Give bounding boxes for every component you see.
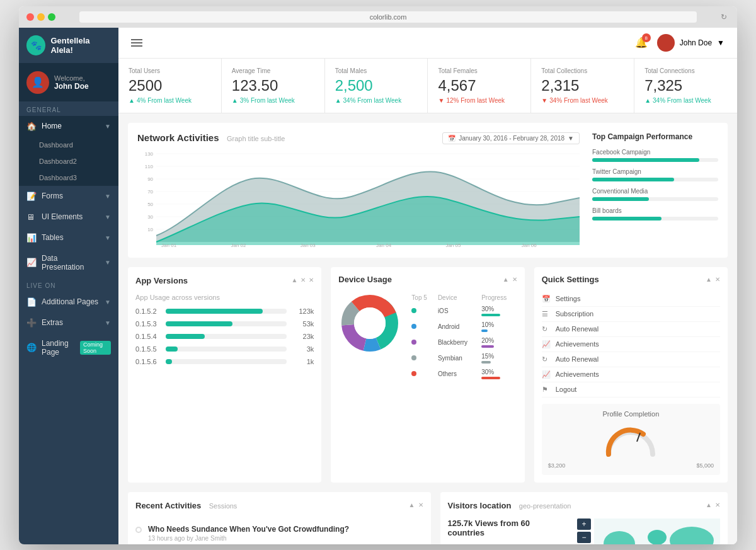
network-chart-section: Network Activities Graph title sub-title… <box>128 123 728 258</box>
brand-name: Gentellela Alela! <box>50 36 111 55</box>
visitors-up-icon[interactable]: ▲ <box>706 501 712 508</box>
qs-close-icon[interactable]: ✕ <box>715 276 720 283</box>
down-icon-3: ▼ <box>438 97 444 104</box>
live-on-label: LIVE ON <box>19 277 118 292</box>
campaign-item-2: Conventional Media <box>592 188 718 201</box>
qs-item-auto-renewal2[interactable]: ↻ Auto Renewal <box>542 352 720 367</box>
sidebar-item-data-presentation[interactable]: 📈 Data Presentation ▼ <box>19 248 118 277</box>
qs-up-icon[interactable]: ▲ <box>706 276 712 283</box>
stat-total-collections: Total Collections 2,315 ▼ 34% From last … <box>531 59 634 113</box>
chevron-right-icon5: ▼ <box>105 299 111 306</box>
sidebar: 🐾 Gentellela Alela! 👤 Welcome, John Doe … <box>19 28 118 544</box>
sidebar-item-forms[interactable]: 📝 Forms ▼ <box>19 186 118 207</box>
sidebar-item-extras[interactable]: ➕ Extras ▼ <box>19 312 118 333</box>
quick-settings-card: Quick Settings ▲ ✕ 📅 Settings <box>534 267 728 483</box>
campaign-name-0: Facebook Campaign <box>592 149 718 156</box>
app-versions-title-group: App Versions <box>135 275 188 286</box>
notification-icon[interactable]: 🔔 8 <box>635 37 648 49</box>
campaign-panel: Top Campaign Performance Facebook Campai… <box>592 132 718 248</box>
stat-value-2: 2,500 <box>335 77 418 95</box>
close-button[interactable] <box>26 13 34 21</box>
device-pct-0: 30% <box>481 306 494 312</box>
campaign-item-3: Bill boards <box>592 207 718 221</box>
sidebar-item-ui-elements[interactable]: 🖥 UI Elements ▼ <box>19 207 118 227</box>
qs-item-logout[interactable]: ⚑ Logout <box>542 382 720 398</box>
visitors-stats: 125.7k Views from 60 countries United St… <box>448 518 568 544</box>
notification-badge: 8 <box>642 33 651 42</box>
device-usage-content: Top 5 Device Progress iOS <box>338 292 517 382</box>
app-versions-title: App Versions <box>135 276 188 285</box>
qs-item-achievements2[interactable]: 📈 Achievements <box>542 367 720 382</box>
app-versions-card: App Versions ▲ ✕ ✕ App Usage across vers… <box>128 267 321 483</box>
sidebar-item-dashboard[interactable]: Dashboard <box>19 137 118 153</box>
stat-label-1: Average Time <box>232 67 314 74</box>
down-icon-4: ▼ <box>541 97 547 104</box>
qs-item-auto-renewal[interactable]: ↻ Auto Renewal <box>542 322 720 337</box>
sidebar-item-landing-page[interactable]: 🌐 Landing Page Coming Soon <box>19 333 118 362</box>
recent-activities-title-group: Recent Activities Sessions <box>135 500 237 511</box>
browser-bar: colorlib.com ↻ <box>19 6 737 28</box>
svg-text:50: 50 <box>147 202 153 207</box>
ra-up-icon[interactable]: ▲ <box>409 501 415 508</box>
map-zoom-in-button[interactable]: + <box>577 518 591 530</box>
tables-label: Tables <box>42 233 64 242</box>
visitors-location-card: Visitors location geo-presentation ▲ ✕ <box>440 492 728 544</box>
sidebar-item-dashboard2[interactable]: Dashboard2 <box>19 153 118 169</box>
qs-item-settings[interactable]: 📅 Settings <box>542 292 720 307</box>
qs-item-subscription[interactable]: ☰ Subscription <box>542 307 720 322</box>
stat-value-3: 4,567 <box>438 77 520 95</box>
chevron-right-icon: ▼ <box>105 193 111 200</box>
campaign-bar-bg-0 <box>592 158 718 162</box>
app-versions-close-icon[interactable]: ✕ <box>309 277 314 284</box>
ra-close-icon[interactable]: ✕ <box>418 501 423 508</box>
visitors-close-icon[interactable]: ✕ <box>715 501 720 508</box>
topbar-avatar <box>657 34 675 52</box>
device-name-0: iOS <box>435 304 478 318</box>
map-zoom-out-button[interactable]: − <box>577 532 591 543</box>
qs-label-subscription: Subscription <box>556 310 594 318</box>
device-row-0: iOS 30% <box>409 304 515 318</box>
sidebar-item-tables[interactable]: 📊 Tables ▼ <box>19 227 118 248</box>
visitors-subtitle: geo-presentation <box>519 502 571 510</box>
app-ver-val-3: 3k <box>292 345 314 353</box>
refresh-icon[interactable]: ↻ <box>721 13 730 21</box>
profile-completion-title: Profile Completion <box>548 410 714 418</box>
general-label: GENERAL <box>19 101 118 116</box>
sidebar-user-section: 👤 Welcome, John Doe <box>19 64 118 101</box>
svg-text:Jan 01: Jan 01 <box>161 243 177 248</box>
sidebar-item-home[interactable]: 🏠 Home ▼ <box>19 116 118 137</box>
sidebar-item-additional-pages[interactable]: 📄 Additional Pages ▼ <box>19 292 118 312</box>
stat-avg-time: Average Time 123.50 ▲ 3% From last Week <box>222 59 325 113</box>
maximize-button[interactable] <box>48 13 55 21</box>
qs-item-achievements[interactable]: 📈 Achievements <box>542 337 720 352</box>
visitors-content: 125.7k Views from 60 countries United St… <box>448 518 721 544</box>
svg-text:10: 10 <box>147 227 153 232</box>
app-versions-settings-icon[interactable]: ✕ <box>301 277 306 284</box>
app-ver-val-1: 53k <box>292 320 314 328</box>
campaign-name-1: Twitter Campaign <box>592 168 718 175</box>
campaign-bar-2 <box>592 197 649 201</box>
minimize-button[interactable] <box>37 13 45 21</box>
achievements-icon: 📈 <box>542 340 551 348</box>
sidebar-item-dashboard3[interactable]: Dashboard3 <box>19 169 118 186</box>
hamburger-menu[interactable] <box>131 39 142 47</box>
date-range-picker[interactable]: 📅 January 30, 2016 - February 28, 2018 ▼ <box>442 132 580 144</box>
right-column: Visitors location geo-presentation ▲ ✕ <box>440 492 728 544</box>
topbar-user[interactable]: John Doe ▼ <box>657 34 724 52</box>
stat-change-1: ▲ 3% From last Week <box>232 97 314 104</box>
campaign-bar-1 <box>592 178 674 181</box>
data-icon: 📈 <box>26 258 37 267</box>
url-bar[interactable]: colorlib.com <box>79 11 697 23</box>
chevron-right-icon3: ▼ <box>105 234 111 241</box>
campaign-bar-3 <box>592 217 662 221</box>
calendar-icon: 📅 <box>448 135 455 142</box>
chevron-down-icon: ▼ <box>105 123 111 130</box>
app-versions-up-icon[interactable]: ▲ <box>291 277 297 284</box>
svg-text:110: 110 <box>145 164 154 169</box>
device-name-3: Symbian <box>435 351 478 365</box>
svg-text:70: 70 <box>147 189 153 195</box>
stat-value-5: 7,325 <box>644 77 727 95</box>
device-settings-icon[interactable]: ✕ <box>512 276 517 283</box>
device-up-icon[interactable]: ▲ <box>503 276 509 283</box>
app-ver-item-3: 0.1.5.5 3k <box>135 345 314 353</box>
